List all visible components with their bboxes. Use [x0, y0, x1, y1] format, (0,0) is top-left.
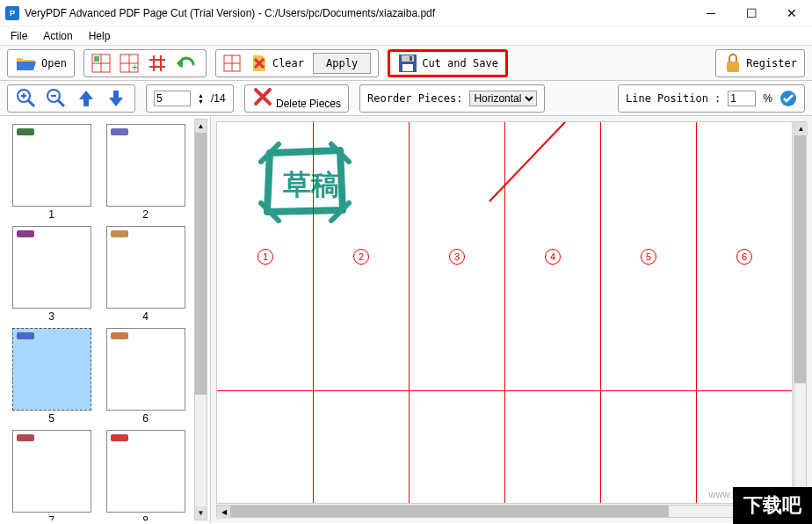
- delete-pieces-button[interactable]: Delete Pieces: [252, 86, 341, 110]
- thumbnail-label: 1: [48, 208, 54, 221]
- minimize-button[interactable]: ─: [691, 0, 731, 26]
- save-disk-icon: [397, 53, 418, 74]
- toolbar-secondary: ▲▼ /14 Delete Pieces Reorder Pieces: Hor…: [0, 81, 812, 116]
- page-number-input[interactable]: [154, 91, 191, 106]
- svg-line-25: [58, 100, 64, 106]
- confirm-check-icon[interactable]: [779, 90, 797, 107]
- thumbnail-page[interactable]: [106, 226, 185, 309]
- grid-small-icon[interactable]: [223, 55, 241, 72]
- apply-button[interactable]: Apply: [313, 53, 371, 74]
- cut-line-v[interactable]: [313, 122, 314, 503]
- piece-number: 5: [641, 249, 656, 265]
- line-pos-input[interactable]: [728, 91, 756, 106]
- sidebar-scrollbar[interactable]: ▲ ▼: [194, 119, 207, 520]
- thumbnail-badge: [17, 230, 34, 237]
- menubar: File Action Help: [0, 26, 812, 46]
- thumbnail[interactable]: 2: [102, 124, 189, 221]
- line-pos-unit: %: [763, 92, 772, 105]
- scroll-up-icon[interactable]: ▲: [794, 122, 808, 135]
- piece-number: 3: [449, 249, 465, 265]
- thumbnail[interactable]: 6: [102, 328, 189, 425]
- svg-rect-19: [727, 62, 739, 72]
- group-clear-apply: Clear Apply: [215, 49, 379, 77]
- grid-hash-icon[interactable]: [148, 54, 167, 73]
- group-delete: Delete Pieces: [244, 84, 349, 113]
- scroll-up-icon[interactable]: ▲: [195, 120, 207, 133]
- svg-line-29: [489, 121, 582, 201]
- thumbnail[interactable]: 5: [8, 328, 95, 425]
- close-button[interactable]: ✕: [772, 0, 812, 26]
- scroll-left-icon[interactable]: ◀: [217, 506, 230, 519]
- scroll-thumb[interactable]: [794, 135, 806, 383]
- thumbnail-page[interactable]: [12, 226, 91, 309]
- thumbnail-sidebar: 12345678 ▲ ▼: [0, 116, 211, 523]
- svg-rect-3: [94, 56, 99, 62]
- svg-text:草稿: 草稿: [283, 169, 339, 200]
- page-spin-down[interactable]: ▼: [198, 98, 204, 105]
- page-down-icon[interactable]: [105, 87, 127, 110]
- thumbnail-page[interactable]: [12, 124, 91, 207]
- scroll-down-icon[interactable]: ▼: [195, 506, 207, 520]
- cut-line-v[interactable]: [600, 122, 601, 503]
- zoom-out-icon[interactable]: [45, 87, 68, 110]
- svg-rect-18: [410, 56, 412, 61]
- page-canvas[interactable]: 草稿 1 2 3 4 5 6 www.xiazaiba.com: [216, 121, 793, 504]
- page-spin-up[interactable]: ▲: [198, 92, 204, 98]
- thumbnail[interactable]: 7: [8, 430, 95, 520]
- page-total-label: /14: [211, 92, 226, 105]
- svg-line-21: [28, 100, 34, 106]
- piece-number: 2: [353, 249, 369, 265]
- group-grid-tools: +: [83, 49, 207, 77]
- thumbnail[interactable]: 8: [102, 430, 189, 520]
- cut-and-save-button[interactable]: Cut and Save: [397, 53, 498, 74]
- page-up-icon[interactable]: [75, 87, 98, 110]
- piece-number: 1: [257, 249, 273, 265]
- canvas-vscroll[interactable]: ▲ ▼: [794, 121, 807, 504]
- thumbnail-page[interactable]: [12, 328, 91, 411]
- main-canvas-area: 草稿 1 2 3 4 5 6 www.xiazaiba.com: [211, 116, 812, 523]
- open-button[interactable]: Open: [15, 55, 67, 72]
- thumbnail-badge: [17, 434, 34, 441]
- thumbnail-badge: [111, 128, 128, 135]
- canvas-hscroll[interactable]: ◀ ▶: [216, 505, 793, 518]
- cut-line-v[interactable]: [696, 122, 697, 503]
- thumbnail[interactable]: 1: [8, 124, 95, 221]
- menu-file[interactable]: File: [4, 28, 34, 44]
- menu-help[interactable]: Help: [82, 28, 118, 44]
- maximize-button[interactable]: ☐: [731, 0, 772, 26]
- thumbnail[interactable]: 3: [8, 226, 95, 323]
- open-label: Open: [41, 57, 67, 69]
- draft-watermark: 草稿: [257, 140, 353, 228]
- delete-x-icon: [252, 86, 273, 107]
- clear-x-icon: [250, 54, 269, 73]
- group-open: Open: [7, 49, 75, 77]
- scroll-thumb[interactable]: [230, 506, 669, 517]
- delete-pieces-label: Delete Pieces: [276, 98, 341, 110]
- scroll-thumb[interactable]: [195, 133, 207, 395]
- undo-icon[interactable]: [176, 54, 199, 73]
- grid-select-icon[interactable]: [91, 54, 111, 73]
- reorder-select[interactable]: Horizontal: [469, 91, 537, 106]
- group-register: Register: [715, 49, 805, 77]
- thumbnail-page[interactable]: [12, 430, 91, 513]
- group-line-pos: Line Position : %: [618, 84, 805, 113]
- cut-line-v[interactable]: [409, 122, 410, 503]
- clear-button[interactable]: Clear: [250, 54, 304, 73]
- menu-action[interactable]: Action: [36, 28, 79, 44]
- grid-add-icon[interactable]: +: [120, 54, 139, 73]
- cut-line-v[interactable]: [504, 122, 505, 503]
- thumbnail-page[interactable]: [106, 430, 185, 513]
- zoom-in-icon[interactable]: [15, 87, 38, 110]
- thumbnail-page[interactable]: [106, 328, 185, 411]
- thumbnail-label: 7: [48, 514, 54, 520]
- cut-line-h[interactable]: [217, 390, 792, 391]
- group-nav: [7, 84, 135, 113]
- content-area: 12345678 ▲ ▼ 草稿: [0, 116, 812, 523]
- svg-rect-17: [402, 64, 413, 71]
- thumbnail-label: 3: [48, 310, 54, 323]
- thumbnail-badge: [17, 332, 34, 339]
- register-button[interactable]: Register: [723, 53, 797, 74]
- thumbnail[interactable]: 4: [102, 226, 189, 323]
- clear-label: Clear: [272, 57, 304, 69]
- thumbnail-page[interactable]: [106, 124, 185, 207]
